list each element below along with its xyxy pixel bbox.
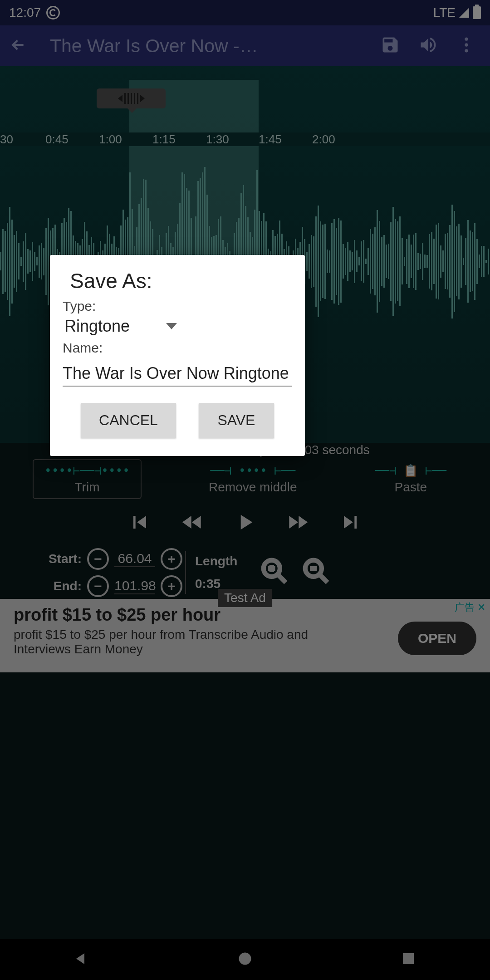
name-label: Name: <box>63 340 292 356</box>
modal-overlay[interactable] <box>0 0 490 980</box>
type-value: Ringtone <box>64 317 130 336</box>
chevron-down-icon <box>166 323 177 329</box>
save-as-dialog: Save As: Type: Ringtone Name: CANCEL SAV… <box>50 255 305 456</box>
cancel-button[interactable]: CANCEL <box>81 403 176 438</box>
name-input[interactable] <box>63 364 292 383</box>
save-button[interactable]: SAVE <box>199 403 274 438</box>
dialog-title: Save As: <box>63 269 292 293</box>
type-dropdown[interactable]: Ringtone <box>63 314 292 340</box>
type-label: Type: <box>63 299 292 314</box>
